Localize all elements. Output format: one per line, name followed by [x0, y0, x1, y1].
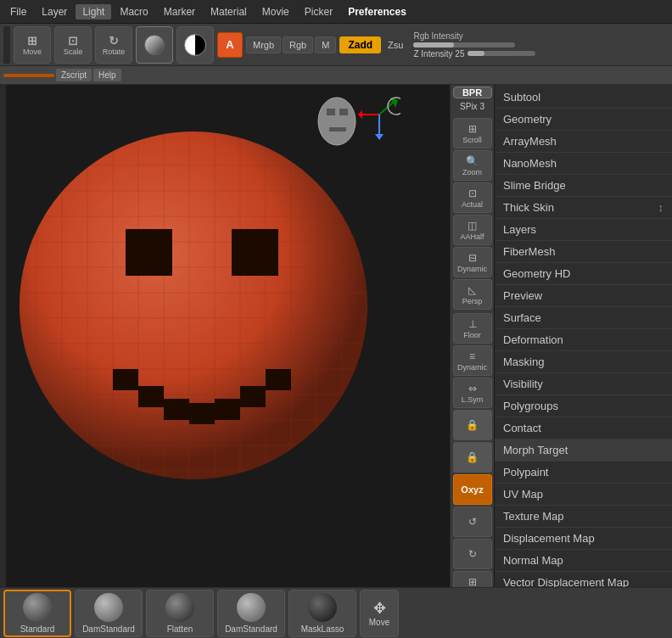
- menu-visibility[interactable]: Visibility: [495, 373, 672, 395]
- menu-geometryhd[interactable]: Geometry HD: [495, 263, 672, 285]
- move-bottom-button[interactable]: ✥ Move: [360, 590, 399, 637]
- svg-rect-39: [327, 109, 335, 115]
- svg-rect-40: [339, 109, 348, 115]
- scroll-button[interactable]: ⊞ Scroll: [453, 118, 492, 148]
- material-sphere-icon: [144, 35, 165, 55]
- damstandard-brush-icon1: [94, 593, 123, 622]
- menu-masking[interactable]: Masking: [495, 351, 672, 373]
- svg-rect-41: [329, 127, 346, 132]
- menu-contact[interactable]: Contact: [495, 417, 672, 439]
- aahalf-button[interactable]: ◫ AAHalf: [453, 215, 492, 245]
- right-eye: [232, 229, 278, 276]
- menu-displacementmap[interactable]: Displacement Map: [495, 528, 672, 550]
- floor-sphere-button[interactable]: [176, 26, 214, 64]
- bpr-button[interactable]: BPR: [453, 87, 492, 98]
- color-a-button[interactable]: A: [217, 32, 243, 58]
- menu-nanomesh[interactable]: NanoMesh: [495, 153, 672, 175]
- mrgb-button[interactable]: Mrgb: [246, 36, 281, 53]
- rotate3-button[interactable]: ↻: [453, 539, 492, 569]
- menu-slimebridge[interactable]: Slime Bridge: [495, 175, 672, 197]
- scale-button[interactable]: ⊡ Scale: [54, 26, 92, 64]
- xyz-button[interactable]: Oxyz: [453, 474, 492, 505]
- menu-surface[interactable]: Surface: [495, 307, 672, 329]
- menu-file[interactable]: File: [3, 4, 33, 20]
- menu-geometry[interactable]: Geometry: [495, 109, 672, 131]
- move-button[interactable]: ⊞ Move: [14, 26, 51, 64]
- dynamic-icon: ⊟: [468, 252, 477, 264]
- menu-fibermesh[interactable]: FiberMesh: [495, 241, 672, 263]
- help-button[interactable]: Help: [93, 69, 121, 81]
- z-intensity-fill: [468, 51, 484, 56]
- lock1-icon: 🔒: [466, 419, 479, 431]
- bw-sphere-icon: [184, 34, 206, 56]
- damstandard-brush-label1: DamStandard: [82, 624, 135, 634]
- dynamic2-button[interactable]: ≡ Dynamic: [453, 345, 492, 376]
- menu-material[interactable]: Material: [204, 4, 254, 20]
- menu-subtool[interactable]: Subtool: [495, 87, 672, 109]
- scale-label: Scale: [64, 48, 83, 56]
- brush-masklasso[interactable]: MaskLasso: [288, 590, 356, 637]
- scale-icon: ⊡: [68, 34, 78, 48]
- menu-thickskin[interactable]: Thick Skin ↕: [495, 197, 672, 219]
- zscript-button[interactable]: Zscript: [56, 69, 92, 81]
- menu-panel: Subtool Geometry ArrayMesh NanoMesh Slim…: [494, 85, 672, 587]
- zoom-button[interactable]: 🔍 Zoom: [453, 150, 492, 181]
- aahalf-icon: ◫: [468, 220, 477, 232]
- svg-marker-43: [358, 110, 362, 119]
- lock-button1[interactable]: 🔒: [453, 410, 492, 440]
- rotate2-button[interactable]: ↺: [453, 506, 492, 537]
- menu-macro[interactable]: Macro: [113, 4, 154, 20]
- menu-layer[interactable]: Layer: [35, 4, 74, 20]
- menu-texturemap[interactable]: Texture Map: [495, 506, 672, 528]
- svg-rect-30: [126, 255, 151, 276]
- persp-button[interactable]: ◺ Persp: [453, 279, 492, 310]
- menu-picker[interactable]: Picker: [298, 4, 339, 20]
- brush-flatten[interactable]: Flatten: [146, 590, 214, 637]
- menu-layers[interactable]: Layers: [495, 219, 672, 241]
- menu-light[interactable]: Light: [76, 4, 111, 20]
- menu-preferences[interactable]: Preferences: [341, 4, 413, 20]
- menu-uvmap[interactable]: UV Map: [495, 484, 672, 506]
- m-button[interactable]: M: [315, 36, 336, 53]
- menu-normalmap[interactable]: Normal Map: [495, 550, 672, 572]
- menu-morphtarget[interactable]: Morph Target: [495, 439, 672, 462]
- viewport[interactable]: [7, 85, 450, 587]
- rotate2-icon: ↺: [468, 516, 477, 528]
- brush-damstandard1[interactable]: DamStandard: [75, 590, 143, 637]
- material-ball-button[interactable]: [136, 26, 173, 64]
- menu-arraymesh[interactable]: ArrayMesh: [495, 131, 672, 153]
- menu-vectordisplacementmap[interactable]: Vector Displacement Map: [495, 572, 672, 587]
- aahalf-label: AAHalf: [460, 232, 484, 241]
- menu-preview[interactable]: Preview: [495, 285, 672, 307]
- dynamic-button[interactable]: ⊟ Dynamic: [453, 247, 492, 277]
- axis-svg: [358, 93, 400, 140]
- svg-rect-29: [151, 229, 172, 276]
- zadd-button[interactable]: Zadd: [339, 36, 381, 53]
- z-intensity-slider[interactable]: [468, 51, 535, 56]
- rotate-label: Rotate: [103, 48, 126, 56]
- move-bottom-label: Move: [369, 618, 389, 627]
- lock-button2[interactable]: 🔒: [453, 442, 492, 473]
- rotate-button[interactable]: ↻ Rotate: [95, 26, 132, 64]
- left-panel: [0, 85, 7, 587]
- rgb-button[interactable]: Rgb: [283, 36, 313, 53]
- menu-marker[interactable]: Marker: [157, 4, 202, 20]
- svg-rect-37: [266, 369, 291, 390]
- floor-button[interactable]: ⊥ Floor: [453, 313, 492, 344]
- color-a-label: A: [226, 38, 233, 51]
- menu-movie[interactable]: Movie: [255, 4, 296, 20]
- rgb-intensity-label: Rgb Intensity: [413, 31, 535, 41]
- brush-standard[interactable]: Standard: [3, 590, 71, 637]
- menu-polygroups[interactable]: Polygroups: [495, 395, 672, 417]
- rgb-intensity-slider[interactable]: [413, 42, 515, 48]
- menu-deformation[interactable]: Deformation: [495, 329, 672, 351]
- frame-button[interactable]: ⊞ Frame: [453, 571, 492, 587]
- brush-damstandard2[interactable]: DamStandard: [217, 590, 285, 637]
- dynamic-label: Dynamic: [457, 265, 487, 273]
- orange-button[interactable]: [3, 74, 54, 77]
- actual-button[interactable]: ⊡ Actual: [453, 182, 492, 213]
- lsym-button[interactable]: ⇔ L.Sym: [453, 378, 492, 408]
- mini-head-svg: [314, 92, 361, 155]
- menu-polypaint[interactable]: Polypaint: [495, 462, 672, 484]
- zoom-label: Zoom: [462, 168, 482, 176]
